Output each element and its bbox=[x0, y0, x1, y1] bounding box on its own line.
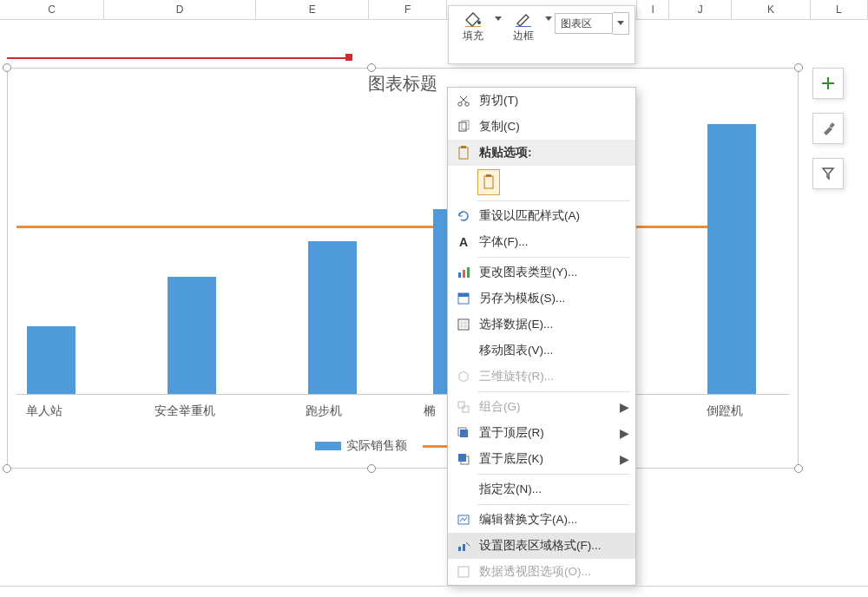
chart-area[interactable]: 图表标题 单人站 安全举重机 跑步机 椭 倒蹬机 实际销售额 平均销 bbox=[7, 68, 799, 469]
menu-group: 组合(G) ▶ bbox=[448, 394, 635, 420]
chart-element-selector-value[interactable]: 图表区 bbox=[555, 13, 613, 34]
brush-icon bbox=[821, 121, 835, 135]
svg-rect-9 bbox=[461, 146, 466, 148]
chart-element-selector[interactable]: 图表区 bbox=[555, 13, 629, 34]
menu-format-chart-area-label: 设置图表区域格式(F)... bbox=[479, 538, 628, 554]
svg-rect-10 bbox=[484, 176, 493, 188]
menu-separator bbox=[477, 504, 630, 505]
chart-filter-button[interactable] bbox=[812, 158, 844, 189]
menu-assign-macro[interactable]: 指定宏(N)... bbox=[448, 476, 635, 502]
resize-handle-nw[interactable] bbox=[3, 63, 11, 72]
font-icon: A bbox=[453, 235, 474, 249]
legend-swatch-line bbox=[423, 445, 449, 448]
fill-dropdown[interactable] bbox=[492, 10, 504, 29]
col-D: D bbox=[104, 0, 256, 19]
menu-move-chart[interactable]: 移动图表(V)... bbox=[448, 338, 635, 364]
menu-change-chart-type-label: 更改图表类型(Y)... bbox=[479, 265, 628, 280]
menu-pivotchart-options: 数据透视图选项(O)... bbox=[448, 559, 635, 585]
alt-text-icon bbox=[453, 513, 474, 527]
svg-rect-25 bbox=[458, 547, 461, 551]
chart-type-icon bbox=[453, 266, 474, 279]
chart-styles-button[interactable] bbox=[812, 113, 844, 144]
menu-paste-options bbox=[448, 166, 635, 199]
menu-font[interactable]: A 字体(F)... bbox=[448, 229, 635, 255]
cube-icon bbox=[453, 370, 474, 384]
menu-send-to-back[interactable]: 置于底层(K) ▶ bbox=[448, 446, 635, 472]
resize-handle-n[interactable] bbox=[367, 63, 376, 72]
menu-select-data-label: 选择数据(E)... bbox=[479, 317, 628, 332]
format-icon bbox=[453, 539, 474, 553]
svg-rect-2 bbox=[516, 26, 531, 27]
bar-3[interactable] bbox=[308, 241, 357, 394]
chart-element-selector-dropdown[interactable] bbox=[613, 12, 629, 35]
menu-send-to-back-label: 置于底层(K) bbox=[479, 451, 620, 467]
menu-bring-to-front[interactable]: 置于顶层(R) ▶ bbox=[448, 420, 635, 446]
menu-cut[interactable]: 剪切(T) bbox=[448, 88, 635, 114]
cat-label-1: 单人站 bbox=[0, 403, 96, 419]
col-I: I bbox=[637, 0, 669, 19]
template-icon bbox=[453, 292, 474, 305]
menu-select-data[interactable]: 选择数据(E)... bbox=[448, 312, 635, 338]
svg-rect-22 bbox=[458, 454, 466, 462]
menu-reset-match-style[interactable]: 重设以匹配样式(A) bbox=[448, 203, 635, 229]
menu-3d-rotation: 三维旋转(R)... bbox=[448, 364, 635, 390]
legend-item-1[interactable]: 实际销售额 bbox=[315, 438, 407, 454]
cat-label-2: 安全举重机 bbox=[133, 403, 237, 419]
selection-marker-handle[interactable] bbox=[345, 54, 352, 61]
menu-assign-macro-label: 指定宏(N)... bbox=[479, 482, 628, 497]
menu-edit-alt-text[interactable]: 编辑替换文字(A)... bbox=[448, 507, 635, 533]
chart-elements-button[interactable] bbox=[812, 68, 844, 99]
chevron-right-icon: ▶ bbox=[620, 452, 628, 466]
menu-move-chart-label: 移动图表(V)... bbox=[479, 343, 628, 358]
border-button[interactable]: 边框 bbox=[504, 10, 542, 43]
sheet-bottom-border bbox=[0, 586, 868, 587]
menu-separator bbox=[477, 200, 630, 201]
resize-handle-sw[interactable] bbox=[3, 464, 11, 473]
menu-cut-label: 剪切(T) bbox=[479, 93, 628, 108]
selection-marker-line bbox=[7, 57, 349, 59]
chevron-right-icon: ▶ bbox=[620, 400, 628, 414]
menu-group-label: 组合(G) bbox=[479, 399, 620, 415]
resize-handle-s[interactable] bbox=[367, 464, 376, 473]
menu-paste-options-header: 粘贴选项: bbox=[448, 140, 635, 166]
cat-label-3: 跑步机 bbox=[272, 403, 376, 419]
svg-rect-11 bbox=[486, 174, 491, 177]
chart-legend[interactable]: 实际销售额 平均销 bbox=[8, 438, 798, 454]
menu-edit-alt-text-label: 编辑替换文字(A)... bbox=[479, 512, 628, 528]
chart-title[interactable]: 图表标题 bbox=[8, 72, 798, 95]
col-L: L bbox=[811, 0, 868, 19]
x-axis bbox=[16, 394, 789, 395]
chevron-right-icon: ▶ bbox=[620, 426, 628, 440]
menu-pivotchart-options-label: 数据透视图选项(O)... bbox=[479, 564, 628, 580]
paste-option-1[interactable] bbox=[477, 169, 500, 195]
plot-area[interactable] bbox=[16, 107, 789, 395]
legend-swatch-bar bbox=[315, 442, 341, 450]
context-menu[interactable]: 剪切(T) 复制(C) 粘贴选项: 重设以匹配样式(A) A 字体(F)... … bbox=[447, 87, 636, 586]
send-back-icon bbox=[453, 452, 474, 466]
chevron-down-icon bbox=[617, 21, 624, 26]
menu-copy[interactable]: 复制(C) bbox=[448, 114, 635, 140]
menu-change-chart-type[interactable]: 更改图表类型(Y)... bbox=[448, 259, 635, 285]
border-dropdown[interactable] bbox=[542, 10, 555, 29]
bar-2[interactable] bbox=[168, 277, 216, 394]
bar-1[interactable] bbox=[27, 326, 76, 394]
menu-separator bbox=[477, 474, 630, 475]
svg-point-5 bbox=[465, 102, 469, 106]
resize-handle-se[interactable] bbox=[794, 464, 803, 473]
reset-icon bbox=[453, 209, 474, 223]
funnel-icon bbox=[821, 167, 835, 180]
scissors-icon bbox=[453, 94, 474, 108]
menu-format-chart-area[interactable]: 设置图表区域格式(F)... bbox=[448, 533, 635, 559]
fill-label: 填充 bbox=[463, 29, 483, 43]
resize-handle-ne[interactable] bbox=[794, 63, 803, 72]
menu-font-label: 字体(F)... bbox=[479, 234, 628, 250]
pivot-icon bbox=[453, 565, 474, 579]
mini-format-toolbar[interactable]: 填充 边框 图表区 bbox=[448, 5, 635, 64]
menu-save-template[interactable]: 另存为模板(S)... bbox=[448, 285, 635, 312]
chart-side-tools bbox=[812, 68, 842, 189]
bar-5[interactable] bbox=[707, 124, 756, 394]
svg-rect-20 bbox=[460, 430, 468, 437]
col-C: C bbox=[0, 0, 104, 19]
col-J: J bbox=[669, 0, 732, 19]
fill-button[interactable]: 填充 bbox=[454, 10, 492, 43]
